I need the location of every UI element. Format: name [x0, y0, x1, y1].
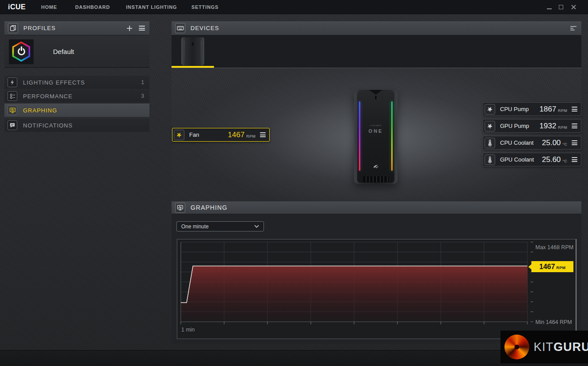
close-button[interactable]	[570, 0, 578, 14]
current-rpm-value: 1467	[539, 263, 555, 271]
nav-home[interactable]: HOME	[41, 0, 57, 14]
sensor-label: Fan	[189, 131, 199, 138]
profiles-header: PROFILES	[4, 21, 149, 35]
corsair-sails-icon	[373, 164, 379, 169]
sidebar-item-label: GRAPHING	[23, 107, 57, 114]
profile-avatar	[9, 39, 34, 64]
sensor-unit: °C	[562, 142, 567, 146]
fan-blades-icon	[174, 130, 184, 140]
pump-impeller-icon	[485, 121, 495, 131]
icue-hex-logo-icon	[11, 42, 31, 62]
graphing-header: GRAPHING	[172, 201, 581, 214]
sensor-chip-gpu-pump[interactable]: GPU Pump 1932 RPM	[483, 119, 581, 133]
sidebar-item-notifications[interactable]: NOTIFICATIONS	[4, 119, 149, 132]
sensor-menu-button[interactable]	[572, 123, 577, 130]
sensor-menu-button[interactable]	[260, 131, 266, 139]
sensor-label: GPU Coolant	[500, 156, 534, 163]
stacked-pages-icon	[8, 23, 18, 33]
graph-min-label: Min 1464 RPM	[535, 319, 572, 325]
speech-bubble-icon	[8, 120, 17, 130]
rgb-strip-left	[359, 101, 360, 171]
window-bottom-edge	[0, 350, 588, 366]
interval-dropdown[interactable]: One minute	[176, 221, 264, 231]
graphing-panel: GRAPHING One minute Max 1468 RPM Min 146…	[172, 201, 581, 344]
sensor-unit: RPM	[558, 125, 567, 130]
sensor-value: 1867	[539, 105, 556, 114]
nav-dashboard[interactable]: DASHBOARD	[75, 0, 110, 14]
profiles-menu-button[interactable]	[139, 25, 145, 32]
kitguru-watermark: KITGURU	[500, 331, 588, 363]
sidebar-item-lighting-effects[interactable]: LIGHTING EFFECTS 1	[4, 76, 149, 89]
sensor-unit: °C	[562, 159, 567, 163]
sensor-label: GPU Pump	[500, 123, 529, 129]
kitguru-swirl-icon	[504, 335, 529, 359]
minimize-icon	[547, 8, 552, 9]
sensor-chip-cpu-pump[interactable]: CPU Pump 1867 RPM	[483, 102, 581, 116]
device-vent-grille	[363, 176, 389, 182]
graph-x-window-label: 1 min	[181, 327, 195, 333]
titlebar: iCUE HOME DASHBOARD INSTANT LIGHTING SET…	[0, 0, 588, 14]
icue-window: iCUE HOME DASHBOARD INSTANT LIGHTING SET…	[0, 0, 588, 366]
devices-panel: DEVICES CORSAIR	[172, 21, 581, 201]
sensor-menu-button[interactable]	[572, 139, 577, 146]
nav-instant-lighting[interactable]: INSTANT LIGHTING	[126, 0, 177, 14]
sensor-value: 25.00	[542, 139, 561, 147]
sensor-label: CPU Coolant	[500, 139, 534, 146]
sensor-unit: RPM	[246, 134, 256, 139]
graph-max-label: Max 1468 RPM	[535, 244, 573, 250]
sidebar-item-graphing[interactable]: GRAPHING	[4, 104, 149, 117]
kitguru-wordmark: KITGURU	[534, 340, 588, 354]
thermometer-icon	[485, 138, 495, 148]
icue-logo: iCUE	[8, 0, 26, 14]
sensor-chip-fan[interactable]: Fan 1467 RPM	[172, 128, 270, 142]
monitor-pulse-icon	[175, 203, 185, 213]
profile-item-default[interactable]: Default	[4, 36, 149, 68]
thermometer-icon	[485, 154, 495, 165]
devices-header: DEVICES	[172, 21, 581, 35]
device-sort-button[interactable]	[570, 26, 577, 31]
device-tab-corsair-one[interactable]	[172, 35, 214, 68]
sensor-value: 1467	[228, 131, 244, 139]
sensor-value: 1932	[539, 122, 556, 131]
sensor-chip-gpu-coolant[interactable]: GPU Coolant 25.60 °C	[483, 153, 581, 166]
sensor-chip-cpu-coolant[interactable]: CPU Coolant 25.00 °C	[483, 136, 581, 150]
sidebar-item-count: 1	[141, 79, 144, 85]
sidebar-item-performance[interactable]: PERFORMANCE 3	[4, 89, 149, 103]
profiles-panel: PROFILES Default	[4, 21, 149, 68]
sidebar-item-count: 3	[141, 93, 144, 99]
device-thumbnail	[181, 37, 204, 65]
sensor-menu-button[interactable]	[572, 106, 577, 113]
maximize-button[interactable]	[557, 0, 565, 14]
graph-canvas	[177, 239, 576, 338]
rgb-strip-right	[391, 101, 393, 171]
graphing-title: GRAPHING	[191, 204, 227, 211]
sensor-value: 25.60	[542, 155, 561, 164]
keyboard-icon	[175, 23, 185, 33]
monitor-pulse-icon	[8, 105, 17, 115]
current-rpm-unit: RPM	[556, 266, 565, 270]
lightning-bolt-icon	[8, 77, 17, 87]
sliders-icon	[8, 91, 17, 101]
devices-title: DEVICES	[191, 25, 219, 31]
device-tabstrip	[172, 35, 581, 68]
selected-tab-underline	[172, 66, 214, 68]
sensor-menu-button[interactable]	[572, 156, 577, 163]
sensor-label: CPU Pump	[500, 106, 529, 112]
sidebar-item-label: LIGHTING EFFECTS	[23, 79, 85, 86]
device-showcase: CORSAIR ONE Fan 1467 RPM	[172, 69, 581, 201]
add-profile-button[interactable]	[126, 25, 133, 31]
maximize-icon	[559, 5, 563, 9]
profiles-title: PROFILES	[23, 25, 56, 31]
device-wordmark: CORSAIR ONE	[354, 124, 397, 135]
fan-rpm-chart: Max 1468 RPM Min 1464 RPM 1 min 1467 RPM	[177, 239, 577, 339]
pump-impeller-icon	[485, 104, 495, 115]
sidebar-item-label: NOTIFICATIONS	[23, 122, 73, 129]
nav-settings[interactable]: SETTINGS	[191, 0, 218, 14]
interval-dropdown-value: One minute	[181, 223, 209, 230]
sidebar-item-label: PERFORMANCE	[23, 93, 73, 100]
corsair-one-device-image: CORSAIR ONE	[354, 90, 397, 184]
profile-name: Default	[53, 48, 74, 55]
minimize-button[interactable]	[546, 0, 554, 14]
chevron-down-icon	[254, 225, 259, 228]
sensor-unit: RPM	[558, 108, 567, 113]
